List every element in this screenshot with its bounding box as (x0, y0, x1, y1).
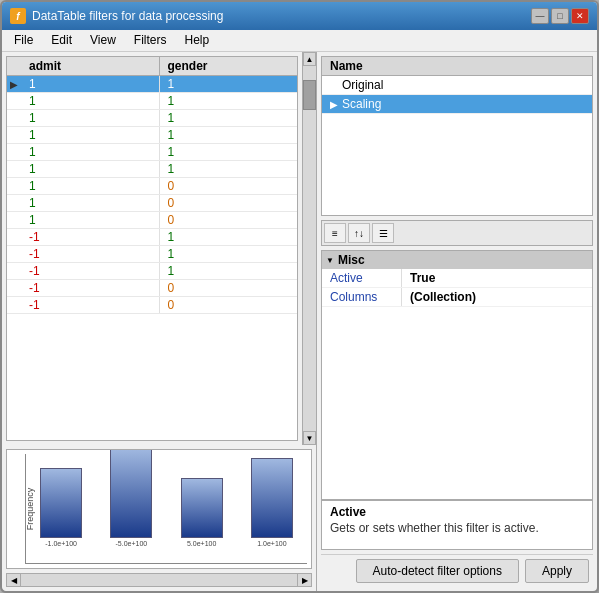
table-row[interactable]: ▶11 (7, 76, 297, 93)
chart-area: Frequency -1.0e+100-5.0e+1005.0e+1001.0e… (6, 449, 312, 569)
scroll-track (21, 574, 297, 586)
content-area: admit gender ▶111111111111101010-11-11-1… (2, 52, 597, 591)
table-row[interactable]: 11 (7, 161, 297, 178)
filter-rows: Original▶Scaling (322, 76, 592, 114)
cell-gender: 1 (160, 93, 298, 109)
table-row[interactable]: 11 (7, 127, 297, 144)
auto-detect-button[interactable]: Auto-detect filter options (356, 559, 519, 583)
props-panel: ▼ Misc ActiveTrueColumns(Collection) (321, 250, 593, 500)
props-toolbar: ≡ ↑↓ ☰ (321, 220, 593, 246)
tool-btn-list[interactable]: ≡ (324, 223, 346, 243)
table-row[interactable]: -11 (7, 246, 297, 263)
filter-row[interactable]: ▶Scaling (322, 95, 592, 114)
cell-admit: -1 (21, 263, 160, 279)
chart-bars: -1.0e+100-5.0e+1005.0e+1001.0e+100 (25, 454, 307, 564)
scroll-down[interactable]: ▼ (303, 431, 316, 445)
header-spacer (7, 57, 21, 75)
menu-help[interactable]: Help (177, 32, 218, 49)
description-area: Active Gets or sets whether this filter … (321, 500, 593, 550)
cell-gender: 1 (160, 127, 298, 143)
bottom-bar: Auto-detect filter options Apply (321, 554, 593, 587)
menu-edit[interactable]: Edit (43, 32, 80, 49)
section-triangle: ▼ (326, 256, 334, 265)
scroll-up[interactable]: ▲ (303, 52, 316, 66)
cell-gender: 0 (160, 280, 298, 296)
table-row[interactable]: 11 (7, 144, 297, 161)
table-row[interactable]: 10 (7, 195, 297, 212)
horiz-scrollbar[interactable]: ◀ ▶ (6, 573, 312, 587)
chart-bar (251, 458, 293, 538)
window-title: DataTable filters for data processing (32, 9, 223, 23)
section-title: Misc (338, 253, 365, 267)
right-panel: Name Original▶Scaling ≡ ↑↓ ☰ ▼ Misc Acti… (317, 52, 597, 591)
filter-list-header: Name (322, 57, 592, 76)
chart-bar (40, 468, 82, 538)
menu-filters[interactable]: Filters (126, 32, 175, 49)
filter-list: Name Original▶Scaling (321, 56, 593, 216)
bar-group: -1.0e+100 (40, 468, 82, 547)
table-row[interactable]: -10 (7, 280, 297, 297)
filter-name: Scaling (342, 97, 584, 111)
cell-gender: 0 (160, 178, 298, 194)
data-table: admit gender ▶111111111111101010-11-11-1… (6, 56, 298, 441)
cell-admit: -1 (21, 246, 160, 262)
bar-label: 1.0e+100 (257, 540, 286, 547)
bar-label: 5.0e+100 (187, 540, 216, 547)
menu-file[interactable]: File (6, 32, 41, 49)
table-body[interactable]: ▶111111111111101010-11-11-11-10-10 (7, 76, 297, 440)
table-row[interactable]: 10 (7, 178, 297, 195)
bar-label: -5.0e+100 (116, 540, 148, 547)
prop-row: ActiveTrue (322, 269, 592, 288)
table-row[interactable]: 11 (7, 93, 297, 110)
props-section-misc: ▼ Misc (322, 251, 592, 269)
menu-view[interactable]: View (82, 32, 124, 49)
cell-gender: 1 (160, 246, 298, 262)
cell-admit: 1 (21, 93, 160, 109)
cell-admit: 1 (21, 144, 160, 160)
cell-admit: 1 (21, 76, 160, 92)
filter-row[interactable]: Original (322, 76, 592, 95)
filter-name: Original (342, 78, 584, 92)
cell-gender: 1 (160, 76, 298, 92)
scroll-thumb[interactable] (303, 80, 316, 110)
close-button[interactable]: ✕ (571, 8, 589, 24)
maximize-button[interactable]: □ (551, 8, 569, 24)
cell-admit: 1 (21, 127, 160, 143)
tool-btn-grid[interactable]: ☰ (372, 223, 394, 243)
left-panel: admit gender ▶111111111111101010-11-11-1… (2, 52, 317, 591)
desc-title: Active (330, 505, 584, 519)
cell-admit: 1 (21, 195, 160, 211)
main-window: f DataTable filters for data processing … (0, 0, 599, 593)
col-header-admit: admit (21, 57, 160, 75)
scroll-right[interactable]: ▶ (297, 574, 311, 586)
menu-bar: File Edit View Filters Help (2, 30, 597, 52)
minimize-button[interactable]: — (531, 8, 549, 24)
cell-gender: 0 (160, 195, 298, 211)
prop-name: Active (322, 269, 402, 287)
cell-admit: -1 (21, 280, 160, 296)
cell-gender: 1 (160, 144, 298, 160)
prop-value: True (402, 269, 592, 287)
data-section: admit gender ▶111111111111101010-11-11-1… (2, 52, 316, 445)
scroll-left[interactable]: ◀ (7, 574, 21, 586)
desc-text: Gets or sets whether this filter is acti… (330, 521, 584, 535)
app-icon: f (10, 8, 26, 24)
cell-admit: 1 (21, 178, 160, 194)
tool-btn-sort[interactable]: ↑↓ (348, 223, 370, 243)
cell-admit: -1 (21, 297, 160, 313)
title-bar: f DataTable filters for data processing … (2, 2, 597, 30)
cell-gender: 1 (160, 229, 298, 245)
table-row[interactable]: -11 (7, 263, 297, 280)
apply-button[interactable]: Apply (525, 559, 589, 583)
table-row[interactable]: 10 (7, 212, 297, 229)
cell-admit: 1 (21, 161, 160, 177)
prop-rows: ActiveTrueColumns(Collection) (322, 269, 592, 307)
prop-value: (Collection) (402, 288, 592, 306)
cell-admit: 1 (21, 212, 160, 228)
table-scrollbar[interactable]: ▲ ▼ (302, 52, 316, 445)
window-controls: — □ ✕ (531, 8, 589, 24)
table-row[interactable]: -10 (7, 297, 297, 314)
cell-gender: 0 (160, 297, 298, 313)
table-row[interactable]: 11 (7, 110, 297, 127)
table-row[interactable]: -11 (7, 229, 297, 246)
